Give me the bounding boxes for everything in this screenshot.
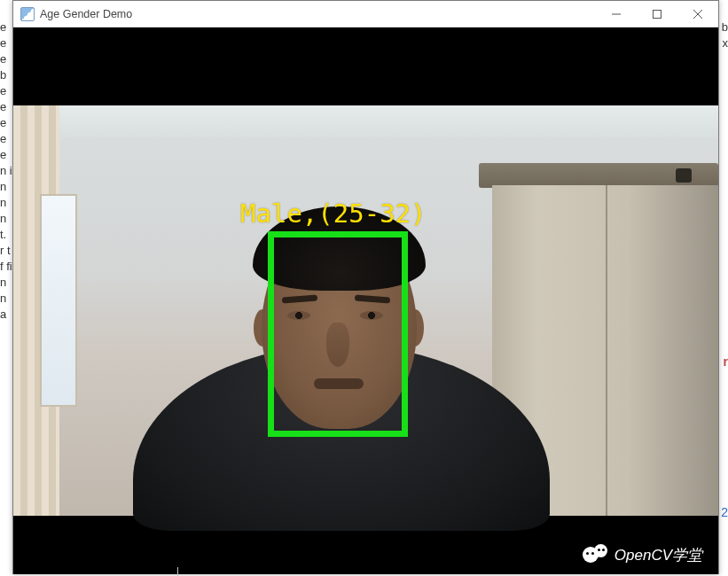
svg-rect-0: [654, 10, 661, 18]
titlebar[interactable]: Age Gender Demo: [13, 1, 718, 27]
close-icon: [693, 10, 702, 19]
background-colored-char: r: [724, 354, 728, 369]
watermark-text: OpenCV学堂: [614, 545, 702, 565]
app-window: Age Gender Demo: [12, 0, 719, 574]
maximize-icon: [653, 10, 661, 19]
wechat-icon: [583, 544, 609, 565]
video-content: Male,(25-32) OpenCV学堂: [13, 27, 718, 574]
background-link-char: 2: [721, 505, 728, 519]
minimize-button[interactable]: [596, 1, 637, 27]
window-title: Age Gender Demo: [40, 8, 596, 20]
close-button[interactable]: [677, 1, 718, 27]
prediction-label: Male,(25-32): [240, 198, 427, 229]
face-bounding-box: [268, 231, 408, 437]
watermark: OpenCV学堂: [583, 544, 702, 565]
background-text-right: b x: [718, 19, 728, 576]
background-separator: [177, 567, 178, 576]
app-icon: [20, 7, 35, 21]
minimize-icon: [612, 10, 621, 19]
background-text-left: e e e b e e e e e n i n n n t. r t f fi …: [0, 19, 13, 576]
maximize-button[interactable]: [637, 1, 677, 27]
